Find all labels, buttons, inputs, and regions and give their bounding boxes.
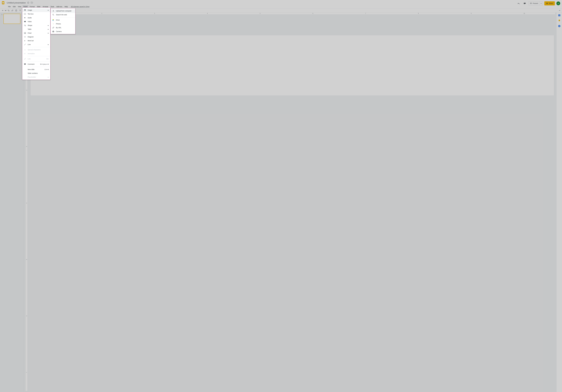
insert-audio-item[interactable]: Audio xyxy=(22,16,50,20)
insert-textbox-item[interactable]: T Text box xyxy=(22,12,50,16)
filmstrip[interactable]: 1 xyxy=(0,12,23,392)
submenu-arrow-icon: ▶ xyxy=(48,77,49,78)
slide-thumbnail-1[interactable] xyxy=(3,14,20,24)
insert-chart-item[interactable]: Chart ▶ xyxy=(22,31,50,35)
svg-rect-31 xyxy=(53,12,54,12)
menu-view[interactable]: View xyxy=(17,5,22,8)
menu-help[interactable]: Help xyxy=(64,5,69,8)
insert-wordart-item[interactable]: A Word art xyxy=(22,39,50,43)
tasks-addon-icon[interactable] xyxy=(558,25,561,27)
svg-point-8 xyxy=(24,10,25,10)
move-icon[interactable] xyxy=(31,1,33,4)
toolbar: Background Layout Theme Transition xyxy=(0,8,562,12)
insert-video-item[interactable]: Video xyxy=(22,20,50,23)
paint-format-button[interactable] xyxy=(18,9,22,12)
save-status[interactable]: All changes saved in Drive xyxy=(71,6,90,8)
new-slide-dropdown[interactable] xyxy=(5,9,7,12)
svg-text:A: A xyxy=(24,40,25,42)
svg-rect-1 xyxy=(2,2,4,3)
audio-icon xyxy=(24,17,26,19)
keep-addon-icon[interactable] xyxy=(558,19,561,22)
insert-diagram-item[interactable]: Diagram xyxy=(22,35,50,39)
insert-shape-item[interactable]: Shape ▶ xyxy=(22,23,50,27)
share-button[interactable]: Share xyxy=(544,1,555,5)
link-icon xyxy=(52,26,54,29)
svg-rect-20 xyxy=(25,33,25,34)
present-dropdown-button[interactable] xyxy=(540,1,543,5)
thumbnail-number: 1 xyxy=(1,14,2,15)
slide-canvas[interactable] xyxy=(30,35,554,96)
menu-file[interactable]: File xyxy=(7,5,12,8)
submenu-arrow-icon: ▶ xyxy=(48,10,49,11)
menu-separator xyxy=(27,47,50,47)
submenu-arrow-icon: ▶ xyxy=(48,25,49,26)
horizontal-ruler: 1 2 3 4 5 6 7 8 9 10 xyxy=(28,12,555,15)
workspace: 1 1 2 3 4 5 6 7 8 9 10 1 2 3 4 5 xyxy=(0,12,562,392)
header-right-controls: Present Share A xyxy=(516,1,560,6)
insert-comment-item[interactable]: Comment ⌘+Option+M xyxy=(22,62,50,66)
menu-separator xyxy=(27,61,50,62)
menu-edit[interactable]: Edit xyxy=(12,5,17,8)
svg-text:T: T xyxy=(25,13,25,14)
insert-table-item[interactable]: Table ▶ xyxy=(22,27,50,31)
svg-line-33 xyxy=(54,15,54,15)
insert-slide-numbers-item[interactable]: Slide numbers xyxy=(22,71,50,75)
image-drive-item[interactable]: Drive xyxy=(51,18,75,22)
image-by-url-item[interactable]: By URL xyxy=(51,26,75,30)
chart-icon xyxy=(24,32,26,34)
canvas-area: 1 2 3 4 5 6 7 8 9 10 1 2 3 4 5 6 7 xyxy=(23,12,556,392)
share-label: Share xyxy=(549,2,553,4)
present-button-group: Present xyxy=(528,1,543,5)
svg-rect-35 xyxy=(53,31,54,31)
shape-icon xyxy=(24,24,26,26)
svg-line-27 xyxy=(24,44,26,45)
submenu-arrow-icon: ▶ xyxy=(48,33,49,34)
svg-point-6 xyxy=(558,25,561,27)
insert-image-item[interactable]: Image ▶ xyxy=(22,8,50,12)
video-icon xyxy=(24,21,26,23)
image-photos-item[interactable]: Photos xyxy=(51,22,75,26)
account-avatar[interactable]: A xyxy=(556,1,560,5)
calendar-addon-icon[interactable]: 31 xyxy=(558,14,561,17)
undo-button[interactable] xyxy=(7,9,10,12)
svg-rect-19 xyxy=(24,33,25,34)
special-chars-icon xyxy=(24,49,26,51)
wordart-icon: A xyxy=(24,40,26,42)
side-panel: 31 xyxy=(556,12,562,392)
insert-line-item[interactable]: Line ▶ xyxy=(22,43,50,46)
insert-special-characters-item: Special characters xyxy=(22,48,50,52)
svg-text:31: 31 xyxy=(559,15,560,16)
menu-bar: File Edit View Insert Format Slide Arran… xyxy=(0,5,562,8)
comments-icon[interactable] xyxy=(522,1,527,6)
insert-new-slide-item[interactable]: New slide Ctrl+M xyxy=(22,68,50,71)
submenu-arrow-icon: ▶ xyxy=(48,29,49,30)
present-label: Present xyxy=(533,2,538,4)
menu-addons[interactable]: Add-ons xyxy=(56,5,63,8)
search-icon xyxy=(52,14,54,16)
new-slide-button[interactable] xyxy=(1,9,4,12)
textbox-icon: T xyxy=(24,13,26,15)
image-upload-item[interactable]: Upload from computer xyxy=(51,9,75,13)
svg-point-36 xyxy=(53,31,54,32)
document-title[interactable]: Untitled presentation xyxy=(7,2,26,4)
slides-logo-icon[interactable] xyxy=(1,0,5,5)
svg-point-16 xyxy=(24,25,25,26)
print-button[interactable] xyxy=(14,9,18,12)
svg-point-32 xyxy=(53,14,54,15)
svg-point-15 xyxy=(25,21,25,21)
insert-placeholder-item: Placeholder ▶ xyxy=(22,75,50,79)
svg-rect-3 xyxy=(547,3,548,4)
insert-animation-item: Animation xyxy=(22,52,50,56)
activity-icon[interactable] xyxy=(516,1,521,6)
star-icon[interactable] xyxy=(27,1,29,4)
link-icon xyxy=(24,58,26,60)
insert-menu-popup: Image ▶ T Text box Audio Video Shape ▶ T… xyxy=(22,7,50,80)
image-icon xyxy=(24,9,26,11)
line-icon xyxy=(24,43,26,46)
image-search-item[interactable]: Search the web xyxy=(51,13,75,17)
drive-icon xyxy=(52,19,54,21)
present-button[interactable]: Present xyxy=(528,1,539,5)
image-camera-item[interactable]: Camera xyxy=(51,30,75,33)
redo-button[interactable] xyxy=(11,9,14,12)
collapse-toolbar-icon[interactable] xyxy=(558,9,561,12)
